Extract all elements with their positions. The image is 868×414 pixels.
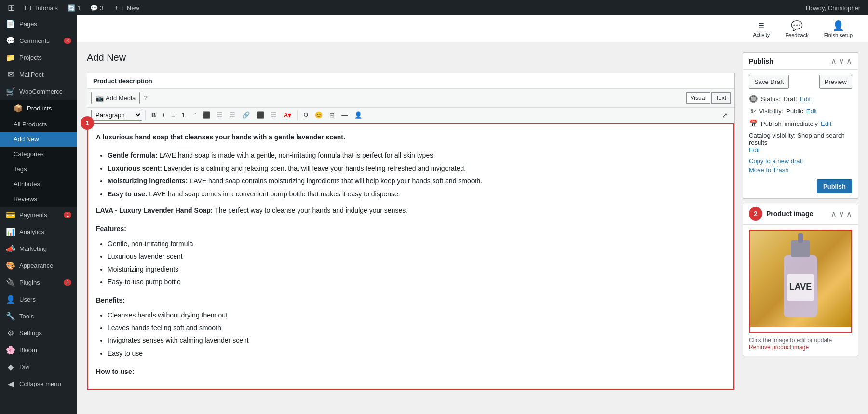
- tools-icon: 🔧: [6, 312, 15, 321]
- catalog-label: Catalog visibility:: [749, 132, 796, 139]
- finish-setup-button[interactable]: 👤 Finish setup: [816, 16, 860, 42]
- publish-box-header: Publish ∧ ∨ ∧: [743, 53, 858, 70]
- publish-button[interactable]: Publish: [817, 179, 852, 193]
- sidebar-item-users[interactable]: 👤 Users: [0, 291, 77, 308]
- sidebar-item-all-products[interactable]: All Products: [0, 117, 77, 132]
- status-edit-link[interactable]: Edit: [800, 96, 811, 103]
- new-icon: ＋: [113, 3, 120, 12]
- product-image-header-left: 2 Product image: [749, 207, 813, 221]
- sidebar-item-woocommerce[interactable]: 🛒 WooCommerce: [0, 83, 77, 100]
- product-image-collapse-up[interactable]: ∧: [831, 209, 837, 219]
- remove-image-link[interactable]: Remove product image: [749, 344, 809, 351]
- move-trash-link[interactable]: Move to Trash: [749, 166, 852, 174]
- sidebar-item-projects[interactable]: 📁 Projects: [0, 49, 77, 66]
- text-view-button[interactable]: Text: [711, 92, 731, 104]
- align-right-button[interactable]: ☰: [227, 110, 238, 120]
- product-name-text: The perfect way to cleanse your hands an…: [213, 207, 407, 214]
- step-badge-1: 1: [81, 116, 94, 130]
- italic-button[interactable]: I: [160, 110, 167, 120]
- feedback-button[interactable]: 💬 Feedback: [777, 16, 816, 42]
- special-char-button[interactable]: Ω: [300, 110, 311, 120]
- sidebar-item-categories[interactable]: Categories: [0, 147, 77, 162]
- sidebar-item-products[interactable]: 📦 Products: [0, 100, 77, 117]
- sidebar-item-appearance[interactable]: 🎨 Appearance: [0, 257, 77, 274]
- projects-icon: 📁: [6, 53, 15, 62]
- sidebar-item-plugins[interactable]: 🔌 Plugins 1: [0, 274, 77, 291]
- sidebar-item-mailpoet[interactable]: ✉ MailPoet: [0, 66, 77, 83]
- bold-button[interactable]: B: [149, 110, 159, 120]
- users-icon: 👤: [6, 295, 15, 304]
- sidebar-item-reviews[interactable]: Reviews: [0, 192, 77, 207]
- emoji-button[interactable]: 😊: [312, 110, 326, 120]
- activity-label: Activity: [753, 32, 770, 38]
- link-button[interactable]: 🔗: [239, 110, 253, 120]
- admin-bar-wp-logo[interactable]: ⊞: [4, 0, 19, 15]
- sidebar-submenu-products: 📦 Products All Products Add New Categori…: [0, 100, 77, 207]
- publish-collapse-down[interactable]: ∨: [839, 56, 844, 66]
- benefit-1: Cleanses hands without drying them out: [108, 310, 726, 320]
- publish-collapse-toggle[interactable]: ∧: [846, 56, 852, 66]
- visibility-value: Public: [786, 108, 803, 115]
- color-button[interactable]: A▾: [281, 110, 294, 120]
- feedback-icon: 💬: [791, 20, 803, 31]
- sidebar-item-marketing[interactable]: 📣 Marketing: [0, 240, 77, 257]
- admin-bar-site[interactable]: ET Tutorials: [21, 0, 62, 15]
- publish-collapse-up[interactable]: ∧: [831, 56, 837, 66]
- catalog-edit-link[interactable]: Edit: [749, 146, 760, 153]
- product-image-collapse-toggle[interactable]: ∧: [846, 209, 852, 219]
- toolbar-toggle-button[interactable]: ☰: [268, 110, 280, 120]
- user-button[interactable]: 👤: [352, 110, 365, 120]
- copy-draft-link[interactable]: Copy to a new draft: [749, 157, 852, 165]
- sidebar-item-collapse[interactable]: ◀ Collapse menu: [0, 375, 77, 392]
- admin-bar-site-name: ET Tutorials: [25, 4, 58, 12]
- product-description-box: Product description 📷 Add Media ? Visual: [87, 73, 735, 390]
- sidebar-item-payments[interactable]: 💳 Payments 1: [0, 207, 77, 223]
- editor-content[interactable]: A luxurious hand soap that cleanses your…: [87, 123, 734, 390]
- more-button[interactable]: ⬛: [254, 110, 267, 120]
- product-image-preview[interactable]: LAVE: [749, 230, 852, 333]
- sidebar-item-attributes[interactable]: Attributes: [0, 177, 77, 192]
- analytics-icon: 📊: [6, 227, 15, 236]
- sidebar-item-comments[interactable]: 💬 Comments 3: [0, 32, 77, 49]
- blockquote-button[interactable]: ": [190, 110, 199, 120]
- unordered-list-button[interactable]: ≡: [168, 110, 178, 120]
- product-image-collapse-down[interactable]: ∨: [839, 209, 844, 219]
- admin-bar-new[interactable]: ＋ + New: [109, 0, 143, 15]
- visibility-edit-link[interactable]: Edit: [806, 108, 817, 115]
- sidebar-item-divi[interactable]: ◆ Divi: [0, 359, 77, 375]
- add-media-button[interactable]: 📷 Add Media: [91, 92, 140, 104]
- sidebar-item-tools[interactable]: 🔧 Tools: [0, 308, 77, 325]
- products-icon: 📦: [14, 104, 23, 113]
- editor-intro: A luxurious hand soap that cleanses your…: [96, 132, 726, 142]
- table-button[interactable]: ⊞: [326, 110, 338, 120]
- extra-tools-group: Ω 😊 ⊞ — 👤: [300, 110, 365, 120]
- catalog-row: Catalog visibility: Shop and search resu…: [749, 132, 852, 153]
- activity-button[interactable]: ≡ Activity: [746, 16, 778, 41]
- admin-bar-comments[interactable]: 💬 3: [86, 0, 107, 15]
- sidebar-item-bloom[interactable]: 🌸 Bloom: [0, 342, 77, 359]
- fullscreen-button[interactable]: ⤢: [719, 110, 731, 121]
- publish-time-edit-link[interactable]: Edit: [821, 120, 831, 127]
- settings-icon: ⚙: [6, 329, 15, 338]
- format-select[interactable]: Paragraph Heading 1 Heading 2 Heading 3 …: [91, 110, 142, 121]
- align-left-button[interactable]: ⬛: [200, 110, 213, 120]
- sidebar-item-pages[interactable]: 📄 Pages: [0, 15, 77, 32]
- align-center-button[interactable]: ☰: [214, 110, 226, 120]
- save-draft-button[interactable]: Save Draft: [749, 75, 789, 89]
- admin-bar-updates[interactable]: 🔄 1: [64, 0, 84, 15]
- sidebar-item-tags[interactable]: Tags: [0, 162, 77, 177]
- ordered-list-button[interactable]: 1.: [179, 110, 190, 120]
- publish-links: Copy to a new draft Move to Trash: [749, 157, 852, 174]
- preview-button[interactable]: Preview: [819, 75, 852, 89]
- publish-time-label: Publish: [761, 120, 782, 127]
- visibility-icon: 👁: [749, 107, 756, 115]
- visual-view-button[interactable]: Visual: [686, 92, 710, 104]
- admin-bar-user[interactable]: Howdy, Christopher: [802, 4, 864, 12]
- sidebar-item-analytics[interactable]: 📊 Analytics: [0, 223, 77, 240]
- hr-button[interactable]: —: [339, 110, 351, 120]
- editor-area: Add New Product description 📷 Add Media: [87, 52, 735, 404]
- sidebar-item-settings[interactable]: ⚙ Settings: [0, 325, 77, 342]
- sidebar-item-add-new[interactable]: Add New: [0, 132, 77, 147]
- bullet-2: Luxurious scent: Lavender is a calming a…: [108, 163, 726, 174]
- svg-text:LAVE: LAVE: [789, 282, 812, 291]
